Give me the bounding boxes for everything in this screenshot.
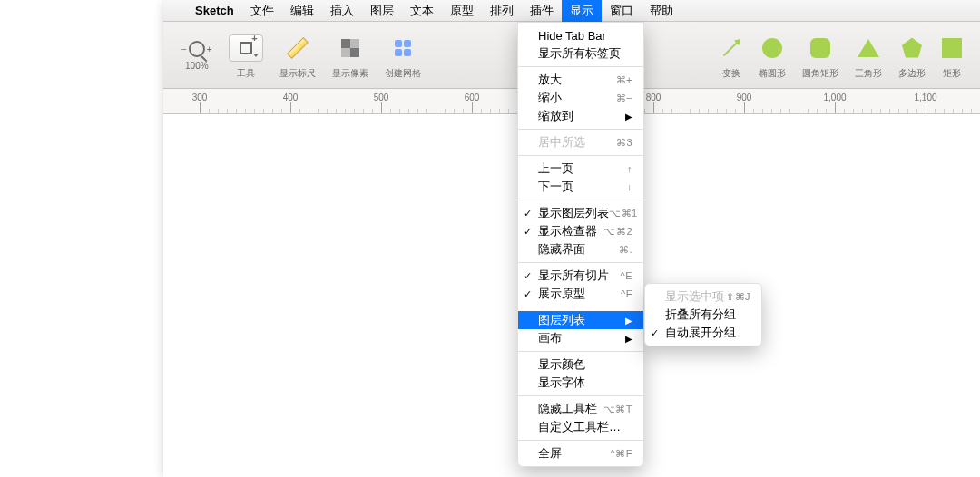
submenu-item-自动展开分组[interactable]: ✓自动展开分组 <box>645 324 761 342</box>
view-menu-dropdown: Hide Tab Bar显示所有标签页放大⌘+缩小⌘−缩放到▶居中所选⌘3上一页… <box>517 22 644 467</box>
menu-item-上一页[interactable]: 上一页↑ <box>518 160 643 178</box>
shape-poly-label: 多边形 <box>898 67 926 80</box>
zoom-plus[interactable]: + <box>207 44 212 54</box>
zoom-minus[interactable]: − <box>181 44 187 54</box>
tool-insert[interactable]: 工具 <box>229 33 263 80</box>
shape-round-label: 圆角矩形 <box>802 67 838 80</box>
shape-polygon[interactable]: 多边形 <box>898 33 926 80</box>
pixels-icon <box>341 39 359 57</box>
menu-编辑[interactable]: 编辑 <box>282 0 322 22</box>
menu-item-隐藏工具栏[interactable]: 隐藏工具栏⌥⌘T <box>518 400 643 418</box>
grid-icon <box>395 40 411 56</box>
menu-item-下一页[interactable]: 下一页↓ <box>518 178 643 196</box>
tool-show-rulers[interactable]: 显示标尺 <box>279 33 316 80</box>
zoom-value: 100% <box>185 61 209 71</box>
menu-item-Hide Tab Bar[interactable]: Hide Tab Bar <box>518 26 643 44</box>
shape-rectangle[interactable]: 矩形 <box>942 33 962 80</box>
magnifier-icon <box>189 41 205 57</box>
menu-item-缩放到[interactable]: 缩放到▶ <box>518 107 643 125</box>
tool-pixels-label: 显示像素 <box>332 67 368 80</box>
menu-文件[interactable]: 文件 <box>242 0 282 22</box>
menu-item-缩小[interactable]: 缩小⌘− <box>518 89 643 107</box>
shape-transform[interactable]: 变换 <box>720 33 742 80</box>
menu-窗口[interactable]: 窗口 <box>602 0 642 22</box>
menu-item-显示图层列表[interactable]: ✓显示图层列表⌥⌘1 <box>518 204 643 222</box>
menu-帮助[interactable]: 帮助 <box>642 0 681 22</box>
menu-item-显示检查器[interactable]: ✓显示检查器⌥⌘2 <box>518 222 643 240</box>
tool-create-grid[interactable]: 创建网格 <box>385 33 421 80</box>
menu-显示[interactable]: 显示 <box>562 0 602 22</box>
shape-rounded[interactable]: 圆角矩形 <box>802 33 838 80</box>
tool-grid-label: 创建网格 <box>385 67 421 80</box>
rectangle-icon <box>942 38 962 58</box>
shape-rect-label: 矩形 <box>943 67 961 80</box>
app-window: Sketch 文件编辑插入图层文本原型排列插件显示窗口帮助 − + 100% 工… <box>163 0 980 477</box>
shape-triangle[interactable]: 三角形 <box>855 33 882 80</box>
layer-list-submenu: 显示选中项⇧⌘J折叠所有分组✓自动展开分组 <box>644 283 762 346</box>
shape-oval-label: 椭圆形 <box>759 67 786 80</box>
ruler-icon <box>287 36 309 58</box>
menu-文本[interactable]: 文本 <box>402 0 442 22</box>
insert-icon <box>240 42 252 54</box>
menu-item-放大[interactable]: 放大⌘+ <box>518 71 643 89</box>
shape-transform-label: 变换 <box>722 67 740 80</box>
menu-排列[interactable]: 排列 <box>482 0 522 22</box>
rounded-rect-icon <box>810 38 830 58</box>
menu-item-全屏[interactable]: 全屏^⌘F <box>518 444 643 462</box>
menu-item-显示字体[interactable]: 显示字体 <box>518 374 643 392</box>
menu-item-居中所选: 居中所选⌘3 <box>518 133 643 151</box>
menu-item-显示所有切片[interactable]: ✓显示所有切片^E <box>518 267 643 285</box>
zoom-control[interactable]: − + 100% <box>181 41 212 71</box>
tool-show-pixels[interactable]: 显示像素 <box>332 33 368 80</box>
menu-item-隐藏界面[interactable]: 隐藏界面⌘. <box>518 240 643 258</box>
menu-插件[interactable]: 插件 <box>522 0 562 22</box>
menu-bar: Sketch 文件编辑插入图层文本原型排列插件显示窗口帮助 <box>163 0 980 22</box>
menu-原型[interactable]: 原型 <box>442 0 482 22</box>
tool-ruler-label: 显示标尺 <box>279 67 316 80</box>
polygon-icon <box>902 38 922 58</box>
tool-insert-label: 工具 <box>237 67 255 80</box>
shape-tri-label: 三角形 <box>855 67 882 80</box>
menu-图层[interactable]: 图层 <box>362 0 402 22</box>
menu-item-自定义工具栏…[interactable]: 自定义工具栏… <box>518 418 643 436</box>
triangle-icon <box>858 39 879 57</box>
submenu-item-显示选中项: 显示选中项⇧⌘J <box>645 287 761 306</box>
menu-item-展示原型[interactable]: ✓展示原型^F <box>518 285 643 303</box>
menu-app-name[interactable]: Sketch <box>187 0 242 22</box>
menu-插入[interactable]: 插入 <box>322 0 362 22</box>
menu-item-图层列表[interactable]: 图层列表▶ <box>518 311 643 329</box>
submenu-item-折叠所有分组[interactable]: 折叠所有分组 <box>645 306 761 324</box>
shape-oval[interactable]: 椭圆形 <box>759 33 786 80</box>
menu-item-画布[interactable]: 画布▶ <box>518 329 643 347</box>
menu-item-显示所有标签页[interactable]: 显示所有标签页 <box>518 44 643 63</box>
menu-item-显示颜色[interactable]: 显示颜色 <box>518 355 643 374</box>
oval-icon <box>762 38 782 58</box>
arrow-icon <box>723 39 740 55</box>
